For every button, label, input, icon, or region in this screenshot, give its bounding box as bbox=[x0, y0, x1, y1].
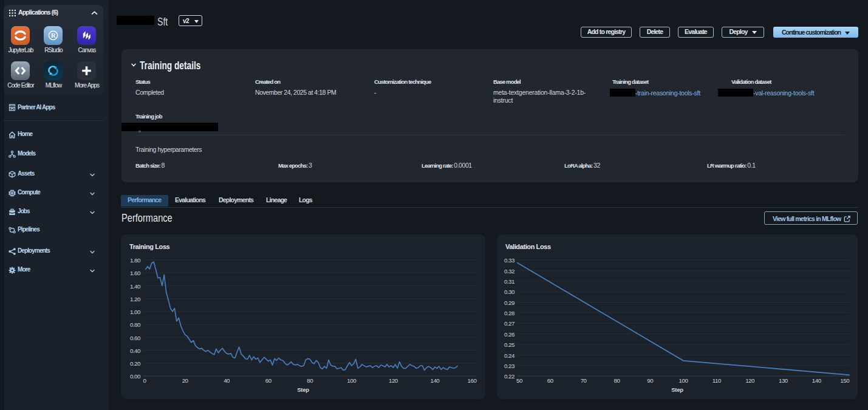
svg-text:0.28: 0.28 bbox=[504, 310, 515, 316]
svg-text:60: 60 bbox=[547, 377, 554, 384]
svg-text:0.32: 0.32 bbox=[504, 268, 514, 275]
svg-text:0.23: 0.23 bbox=[504, 363, 515, 369]
svg-text:Validation Loss: Validation Loss bbox=[505, 243, 551, 250]
svg-text:150: 150 bbox=[840, 377, 850, 384]
svg-text:1.80: 1.80 bbox=[130, 257, 141, 264]
svg-text:0.29: 0.29 bbox=[504, 299, 514, 306]
svg-text:20: 20 bbox=[182, 377, 189, 384]
svg-text:0.33: 0.33 bbox=[504, 257, 515, 264]
svg-text:0.22: 0.22 bbox=[504, 373, 514, 380]
svg-text:0.24: 0.24 bbox=[504, 352, 515, 359]
svg-text:70: 70 bbox=[581, 377, 587, 384]
svg-text:0.27: 0.27 bbox=[504, 320, 514, 327]
svg-text:120: 120 bbox=[745, 377, 755, 384]
svg-text:Training Loss: Training Loss bbox=[129, 243, 170, 250]
svg-text:50: 50 bbox=[516, 377, 523, 384]
svg-text:0.40: 0.40 bbox=[130, 347, 141, 354]
svg-text:0.31: 0.31 bbox=[504, 278, 514, 285]
svg-text:0.26: 0.26 bbox=[504, 331, 515, 338]
svg-text:130: 130 bbox=[779, 377, 788, 384]
svg-text:0.30: 0.30 bbox=[504, 289, 515, 295]
svg-text:110: 110 bbox=[713, 377, 722, 384]
svg-text:100: 100 bbox=[679, 377, 689, 384]
svg-text:0.00: 0.00 bbox=[130, 373, 141, 380]
svg-text:100: 100 bbox=[347, 377, 357, 384]
svg-text:R: R bbox=[51, 32, 56, 39]
svg-text:120: 120 bbox=[389, 377, 398, 384]
svg-text:0: 0 bbox=[143, 377, 147, 384]
svg-text:1.40: 1.40 bbox=[130, 283, 141, 290]
svg-text:0.80: 0.80 bbox=[130, 321, 141, 328]
svg-text:60: 60 bbox=[265, 377, 272, 384]
svg-text:Step: Step bbox=[671, 386, 683, 393]
svg-text:80: 80 bbox=[307, 377, 313, 384]
svg-text:0.20: 0.20 bbox=[130, 360, 141, 367]
svg-text:140: 140 bbox=[430, 377, 440, 384]
svg-text:140: 140 bbox=[812, 377, 822, 384]
svg-text:160: 160 bbox=[468, 377, 477, 384]
svg-text:1.60: 1.60 bbox=[130, 270, 141, 276]
svg-text:0.25: 0.25 bbox=[504, 341, 515, 348]
svg-text:80: 80 bbox=[613, 377, 620, 384]
svg-text:40: 40 bbox=[224, 377, 230, 384]
svg-text:90: 90 bbox=[647, 377, 654, 384]
svg-text:1.20: 1.20 bbox=[130, 296, 141, 302]
svg-text:0.60: 0.60 bbox=[130, 335, 141, 341]
svg-text:Step: Step bbox=[297, 386, 309, 393]
svg-text:1.00: 1.00 bbox=[130, 309, 141, 315]
